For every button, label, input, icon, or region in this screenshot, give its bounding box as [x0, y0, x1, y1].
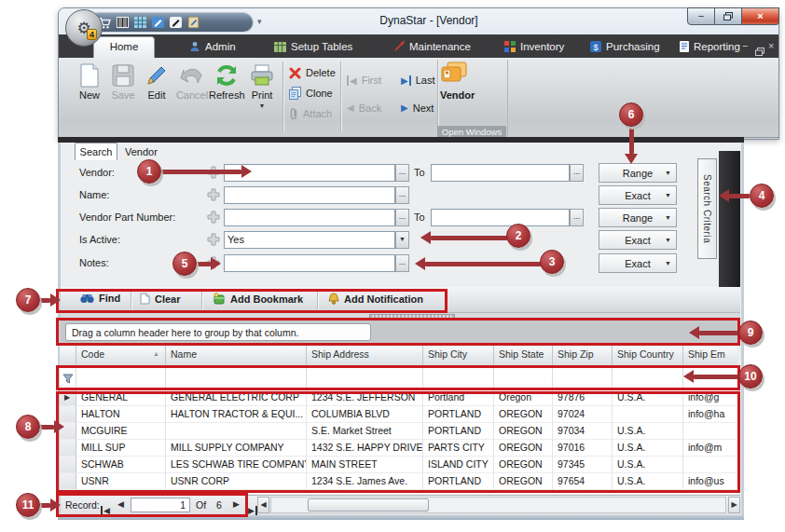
add-notification-button[interactable]: Add Notification	[328, 293, 423, 305]
filter-cell[interactable]	[76, 366, 166, 389]
print-button[interactable]: Print ▼	[244, 61, 280, 129]
close-button[interactable]: ×	[742, 7, 779, 25]
tab-setup-tables[interactable]: Setup Tables	[274, 39, 352, 54]
column-header-name[interactable]: Name	[166, 344, 307, 365]
add-criteria-icon[interactable]	[207, 233, 220, 246]
is-active-operator-dropdown[interactable]: Exact▼	[599, 230, 677, 250]
callout-badge-9: 9	[738, 321, 763, 345]
save-button[interactable]: Save	[105, 61, 141, 129]
filter-cell[interactable]	[307, 366, 423, 389]
tab-purchasing[interactable]: $ Purchasing	[590, 39, 660, 54]
notes-lookup-button[interactable]: ...	[395, 254, 409, 272]
table-row[interactable]: MCGUIRES.E. Market StreetPORTLANDOREGON9…	[60, 423, 737, 440]
tab-search[interactable]: Search	[75, 143, 117, 160]
table-row[interactable]: MILL SUPMILL SUPPLY COMPANY1432 S.E. HAP…	[60, 440, 737, 457]
column-header-code[interactable]: Code▲	[76, 344, 166, 365]
vendor-to-lookup-button[interactable]: ...	[570, 164, 584, 182]
vendor-window-button[interactable]: Vendor	[440, 61, 503, 123]
vendor-from-lookup-button[interactable]: ...	[395, 164, 409, 182]
last-record-button[interactable]: ▶	[248, 500, 257, 517]
vendor-operator-value: Range	[623, 168, 653, 179]
column-header-ship-country[interactable]: Ship Country	[613, 344, 683, 365]
dropdown-icon: ▼	[399, 236, 406, 242]
column-header-ship-state[interactable]: Ship State	[494, 344, 553, 365]
tab-home[interactable]: Home	[93, 36, 155, 58]
clipboard-edit-icon[interactable]	[187, 17, 200, 28]
bell-icon	[328, 293, 339, 305]
column-header-ship-email[interactable]: Ship Em	[683, 344, 737, 365]
is-active-combo[interactable]: Yes	[224, 231, 395, 249]
column-header-ship-address[interactable]: Ship Address	[307, 344, 423, 365]
cancel-button[interactable]: Cancel	[174, 61, 210, 129]
barcode-icon[interactable]	[117, 17, 129, 28]
tab-maintenance[interactable]: Maintenance	[393, 39, 471, 54]
add-bookmark-button[interactable]: Add Bookmark	[213, 293, 303, 305]
current-record-icon: ▶	[60, 389, 76, 406]
part-number-to-lookup-button[interactable]: ...	[570, 209, 584, 226]
first-record-button[interactable]: ◀	[101, 500, 110, 517]
find-button[interactable]: Find	[80, 293, 120, 304]
restore-button[interactable]	[715, 7, 742, 25]
filter-cell[interactable]	[553, 366, 613, 389]
mdi-minimize-button[interactable]: −	[742, 41, 748, 51]
mdi-close-button[interactable]: ×	[768, 41, 774, 51]
next-button[interactable]: ▶ Next	[401, 99, 434, 117]
tab-reporting[interactable]: Reporting	[680, 39, 740, 54]
filter-cell[interactable]	[166, 366, 307, 389]
name-operator-dropdown[interactable]: Exact▼	[599, 185, 677, 205]
table-row[interactable]: USNRUSNR CORP1234 S.E. James Ave.PORTLAN…	[60, 473, 737, 490]
delete-button[interactable]: Delete	[289, 63, 336, 82]
part-number-from-input[interactable]	[224, 209, 395, 226]
column-header-ship-city[interactable]: Ship City	[423, 344, 494, 365]
table-icon[interactable]	[134, 17, 146, 28]
name-lookup-button[interactable]: ...	[395, 186, 409, 204]
table-row[interactable]: ▶ GENERALGENERAL ELECTRIC CORP1234 S.E. …	[60, 389, 737, 406]
new-button[interactable]: New	[72, 61, 107, 129]
next-record-button[interactable]: ▶	[233, 500, 240, 509]
first-button[interactable]: ◀ First	[347, 71, 381, 89]
minimize-button[interactable]: −	[687, 7, 715, 25]
filter-cell[interactable]	[613, 366, 683, 389]
scroll-right-button[interactable]: ▶	[728, 497, 740, 513]
clone-button[interactable]: Clone	[289, 84, 333, 102]
back-button[interactable]: ◀ Back	[347, 99, 381, 117]
part-number-from-lookup-button[interactable]: ...	[395, 209, 409, 226]
notes-input[interactable]	[224, 254, 395, 272]
add-criteria-icon[interactable]	[207, 211, 220, 224]
notes-operator-dropdown[interactable]: Exact▼	[599, 253, 677, 273]
table-row[interactable]: HALTONHALTON TRACTOR & EQUI...COLUMBIA B…	[60, 406, 737, 423]
clear-button[interactable]: Clear	[140, 293, 181, 305]
tab-inventory[interactable]: Inventory	[504, 39, 564, 54]
first-icon: ◀	[347, 75, 357, 86]
tab-admin[interactable]: Admin	[189, 39, 236, 54]
add-criteria-icon[interactable]	[207, 188, 220, 201]
edit-button[interactable]: Edit	[139, 61, 174, 129]
name-input[interactable]	[224, 186, 395, 204]
qat-dropdown-icon[interactable]: ▾	[257, 17, 262, 26]
record-number-input[interactable]: 1	[131, 498, 190, 512]
vendor-operator-dropdown[interactable]: Range▼	[599, 163, 677, 183]
search-criteria-side-tab[interactable]: Search Criteria	[697, 158, 717, 259]
is-active-dropdown-button[interactable]: ▼	[395, 231, 409, 249]
filter-cell[interactable]	[494, 366, 553, 389]
callout-badge-7: 7	[16, 288, 40, 312]
filter-cell[interactable]	[423, 366, 494, 389]
refresh-button[interactable]: Refresh	[209, 61, 244, 129]
attach-button[interactable]: Attach	[289, 104, 332, 123]
tab-maintenance-label: Maintenance	[409, 41, 471, 52]
tab-vendor[interactable]: Vendor	[125, 146, 158, 157]
edit-dark-icon[interactable]	[170, 17, 182, 28]
edit-blue-icon[interactable]	[152, 17, 164, 28]
print-dropdown-icon[interactable]: ▼	[244, 102, 280, 109]
scroll-left-button[interactable]: ◀	[257, 497, 269, 513]
column-header-ship-zip[interactable]: Ship Zip	[553, 344, 613, 365]
scrollbar-thumb[interactable]	[308, 498, 429, 512]
last-button[interactable]: ▶ Last	[401, 71, 435, 89]
part-number-to-input[interactable]	[431, 209, 570, 226]
application-menu-button[interactable]: ⚙ 4	[65, 9, 103, 47]
table-row[interactable]: SCHWABLES SCHWAB TIRE COMPANYMAIN STREET…	[60, 457, 737, 473]
splitter-handle[interactable]	[369, 314, 455, 321]
vendor-to-input[interactable]	[431, 164, 570, 182]
part-number-operator-dropdown[interactable]: Range▼	[599, 208, 677, 227]
previous-record-button[interactable]: ◀	[117, 500, 124, 509]
